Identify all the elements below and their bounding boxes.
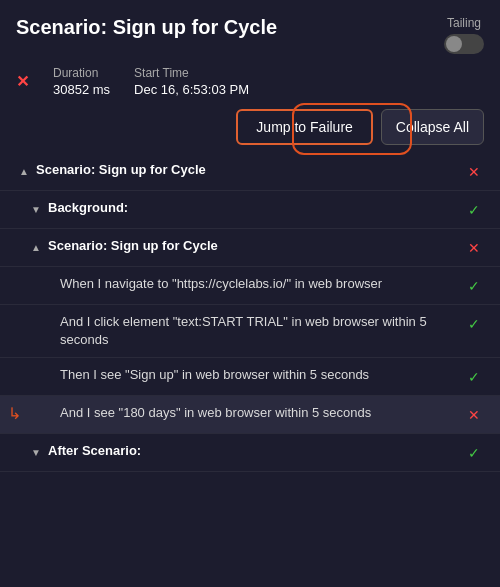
pass-icon: ✓	[464, 443, 484, 463]
item-text: After Scenario:	[48, 442, 456, 460]
jump-to-failure-button[interactable]: Jump to Failure	[236, 109, 372, 145]
start-time-value: Dec 16, 6:53:03 PM	[134, 82, 249, 97]
tree-item[interactable]: ▼After Scenario:✓	[0, 434, 500, 472]
item-text: And I see "180 days" in web browser with…	[60, 404, 456, 422]
fail-icon: ✕	[464, 405, 484, 425]
pass-icon: ✓	[464, 314, 484, 334]
pass-icon: ✓	[464, 200, 484, 220]
tailing-label: Tailing	[447, 16, 481, 30]
app-container: Scenario: Sign up for Cycle Tailing ✕ Du…	[0, 0, 500, 587]
arrow-annotation-icon: ↳	[8, 404, 21, 423]
item-text: Then I see "Sign up" in web browser with…	[60, 366, 456, 384]
pass-icon: ✓	[464, 276, 484, 296]
fail-icon: ✕	[464, 238, 484, 258]
tailing-section: Tailing	[444, 16, 484, 54]
start-time-label: Start Time	[134, 66, 249, 80]
tree-item[interactable]: Then I see "Sign up" in web browser with…	[0, 358, 500, 396]
start-time-group: Start Time Dec 16, 6:53:03 PM	[134, 66, 249, 97]
tree-item[interactable]: ▲Scenario: Sign up for Cycle✕	[0, 153, 500, 191]
meta-row: ✕ Duration 30852 ms Start Time Dec 16, 6…	[0, 62, 500, 105]
spacer-icon	[40, 368, 56, 384]
tree-item[interactable]: ▼Background:✓	[0, 191, 500, 229]
item-text: Scenario: Sign up for Cycle	[36, 161, 456, 179]
tree-item[interactable]: ▲Scenario: Sign up for Cycle✕	[0, 229, 500, 267]
item-text: When I navigate to "https://cyclelabs.io…	[60, 275, 456, 293]
expand-icon[interactable]: ▼	[28, 201, 44, 217]
duration-group: Duration 30852 ms	[53, 66, 110, 97]
expand-icon[interactable]: ▼	[28, 444, 44, 460]
expand-icon[interactable]: ▲	[28, 239, 44, 255]
close-button[interactable]: ✕	[16, 72, 29, 91]
tree-item[interactable]: When I navigate to "https://cyclelabs.io…	[0, 267, 500, 305]
duration-value: 30852 ms	[53, 82, 110, 97]
tree-container: ▲Scenario: Sign up for Cycle✕▼Background…	[0, 153, 500, 472]
tree-item[interactable]: And I see "180 days" in web browser with…	[0, 396, 500, 434]
tree-list: ▲Scenario: Sign up for Cycle✕▼Background…	[0, 153, 500, 587]
tree-item[interactable]: And I click element "text:START TRIAL" i…	[0, 305, 500, 358]
page-title: Scenario: Sign up for Cycle	[16, 16, 277, 39]
spacer-icon	[40, 406, 56, 422]
tailing-toggle[interactable]	[444, 34, 484, 54]
item-text: And I click element "text:START TRIAL" i…	[60, 313, 456, 349]
duration-label: Duration	[53, 66, 110, 80]
action-row: Jump to Failure Collapse All	[0, 105, 500, 153]
toggle-knob	[446, 36, 462, 52]
spacer-icon	[40, 277, 56, 293]
fail-icon: ✕	[464, 162, 484, 182]
collapse-all-button[interactable]: Collapse All	[381, 109, 484, 145]
item-text: Scenario: Sign up for Cycle	[48, 237, 456, 255]
spacer-icon	[40, 315, 56, 331]
pass-icon: ✓	[464, 367, 484, 387]
header: Scenario: Sign up for Cycle Tailing	[0, 0, 500, 62]
item-text: Background:	[48, 199, 456, 217]
expand-icon[interactable]: ▲	[16, 163, 32, 179]
